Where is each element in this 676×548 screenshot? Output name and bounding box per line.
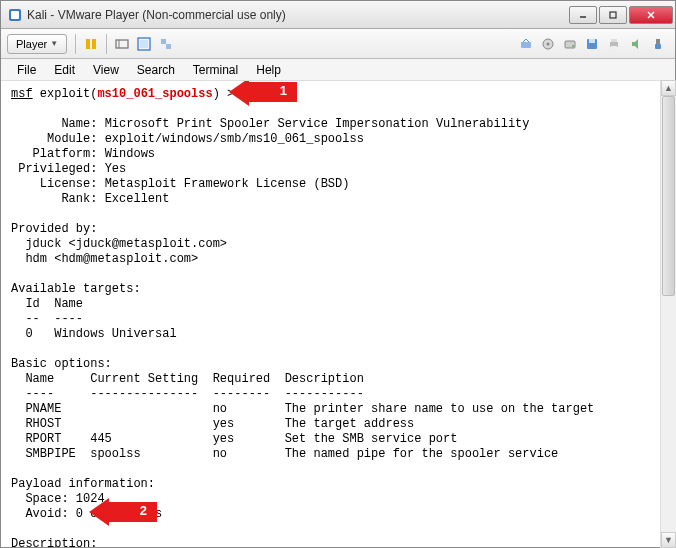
svg-rect-7 [92, 39, 96, 49]
floppy-icon[interactable] [584, 36, 600, 52]
info-name-value: Microsoft Print Spooler Service Imperson… [105, 117, 530, 131]
cd-drive-icon[interactable] [540, 36, 556, 52]
svg-rect-17 [565, 41, 575, 48]
svg-rect-22 [611, 39, 617, 42]
info-license-value: Metasploit Framework License (BSD) [105, 177, 350, 191]
svg-rect-12 [161, 39, 166, 44]
info-privileged-label: Privileged: [11, 162, 105, 176]
options-separator: ---- --------------- -------- ----------… [11, 387, 364, 401]
info-module-label: Module: [11, 132, 105, 146]
option-row-pname: PNAME no The printer share name to use o… [11, 402, 594, 416]
provided-by-header: Provided by: [11, 222, 97, 236]
vmware-icon [7, 7, 23, 23]
targets-separator: -- ---- [11, 312, 83, 326]
prompt-exploit-open: exploit( [33, 87, 98, 101]
toolbar-separator [106, 34, 107, 54]
callout-arrow-1: 1 [229, 81, 297, 106]
svg-rect-24 [656, 39, 660, 44]
svg-rect-25 [655, 44, 661, 49]
power-on-icon[interactable] [83, 36, 99, 52]
fullscreen-icon[interactable] [136, 36, 152, 52]
prompt-msf: msf [11, 87, 33, 101]
minimize-button[interactable] [569, 6, 597, 24]
window-controls [567, 6, 673, 24]
info-platform-value: Windows [105, 147, 155, 161]
info-privileged-value: Yes [105, 162, 127, 176]
option-row-smbpipe: SMBPIPE spoolss no The named pipe for th… [11, 447, 558, 461]
description-header: Description: [11, 537, 97, 547]
unity-icon[interactable] [158, 36, 174, 52]
info-license-label: License: [11, 177, 105, 191]
svg-rect-11 [140, 40, 148, 48]
svg-point-18 [572, 45, 574, 47]
printer-icon[interactable] [606, 36, 622, 52]
toolbar-separator [75, 34, 76, 54]
sound-icon[interactable] [628, 36, 644, 52]
option-row-rport: RPORT 445 yes Set the SMB service port [11, 432, 457, 446]
options-header: Basic options: [11, 357, 112, 371]
info-platform-label: Platform: [11, 147, 105, 161]
svg-rect-14 [521, 42, 531, 48]
vertical-scrollbar[interactable]: ▲ ▼ [660, 80, 676, 548]
player-menu-label: Player [16, 38, 47, 50]
prompt-module: ms10_061_spoolss [97, 87, 212, 101]
close-button[interactable] [629, 6, 673, 24]
author-line: hdm <hdm@metasploit.com> [11, 252, 198, 266]
player-menu-button[interactable]: Player ▼ [7, 34, 67, 54]
svg-rect-6 [86, 39, 90, 49]
menu-file[interactable]: File [9, 61, 44, 79]
svg-rect-13 [166, 44, 171, 49]
player-toolbar: Player ▼ [1, 29, 675, 59]
svg-rect-23 [611, 46, 617, 49]
menu-view[interactable]: View [85, 61, 127, 79]
scroll-down-button[interactable]: ▼ [661, 532, 676, 548]
info-rank-value: Excellent [105, 192, 170, 206]
scroll-thumb[interactable] [662, 96, 675, 296]
terminal-output[interactable]: msf exploit(ms10_061_spoolss) > info Nam… [1, 81, 675, 547]
window-title: Kali - VMware Player (Non-commercial use… [27, 8, 567, 22]
callout-number: 2 [140, 503, 147, 518]
menu-help[interactable]: Help [248, 61, 289, 79]
callout-number: 1 [280, 83, 287, 98]
usb-icon[interactable] [650, 36, 666, 52]
terminal-menubar: File Edit View Search Terminal Help [1, 59, 675, 81]
info-name-label: Name: [11, 117, 105, 131]
targets-columns: Id Name [11, 297, 83, 311]
svg-point-16 [547, 42, 550, 45]
target-row: 0 Windows Universal [11, 327, 177, 341]
svg-rect-8 [116, 40, 128, 48]
options-columns: Name Current Setting Required Descriptio… [11, 372, 364, 386]
menu-search[interactable]: Search [129, 61, 183, 79]
window-titlebar: Kali - VMware Player (Non-commercial use… [1, 1, 675, 29]
send-ctrlaltdel-icon[interactable] [114, 36, 130, 52]
hard-disk-icon[interactable] [562, 36, 578, 52]
targets-header: Available targets: [11, 282, 141, 296]
option-row-rhost: RHOST yes The target address [11, 417, 414, 431]
network-adapter-icon[interactable] [518, 36, 534, 52]
info-module-value: exploit/windows/smb/ms10_061_spoolss [105, 132, 364, 146]
callout-arrow-2: 2 [89, 498, 157, 526]
info-rank-label: Rank: [11, 192, 105, 206]
menu-terminal[interactable]: Terminal [185, 61, 246, 79]
author-line: jduck <jduck@metasploit.com> [11, 237, 227, 251]
chevron-down-icon: ▼ [50, 39, 58, 48]
svg-rect-20 [589, 39, 595, 43]
scroll-up-button[interactable]: ▲ [661, 80, 676, 96]
svg-rect-1 [11, 11, 19, 19]
svg-rect-3 [610, 12, 616, 18]
payload-header: Payload information: [11, 477, 155, 491]
menu-edit[interactable]: Edit [46, 61, 83, 79]
maximize-button[interactable] [599, 6, 627, 24]
